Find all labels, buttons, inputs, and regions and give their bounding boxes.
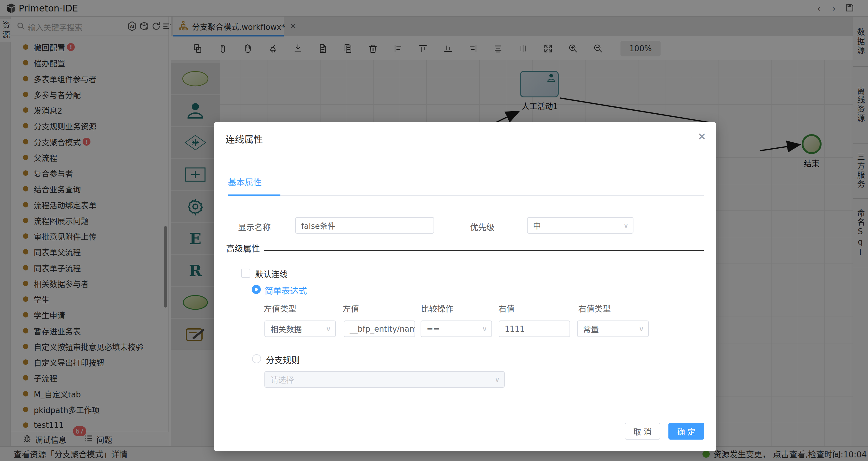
left-type-label: 左值类型 (264, 302, 297, 314)
simple-expression-label: 简单表达式 (265, 284, 307, 296)
right-value-input[interactable]: 1111 (499, 320, 570, 337)
primeton-ide-window: Primeton-IDE ‹ › 资源 输入关键字搜索 AI (0, 0, 868, 461)
tab-basic-properties[interactable]: 基本属性 (228, 176, 262, 188)
operator-label: 比较操作 (421, 302, 454, 314)
advanced-section-divider (264, 250, 704, 251)
dialog-close-icon[interactable]: ✕ (695, 130, 709, 143)
tab-track (280, 195, 704, 196)
chevron-down-icon: ∨ (482, 325, 487, 333)
chevron-down-icon: ∨ (494, 375, 500, 384)
display-name-input[interactable]: false条件 (295, 217, 434, 234)
dialog-title: 连线属性 (225, 132, 263, 145)
display-name-label: 显示名称 (238, 221, 271, 233)
default-line-label: 默认连线 (255, 268, 288, 280)
chevron-down-icon: ∨ (639, 325, 644, 333)
priority-label: 优先级 (470, 221, 494, 233)
tab-active-indicator (228, 194, 280, 196)
branch-rule-label: 分支规则 (266, 354, 300, 366)
cancel-button[interactable]: 取 消 (625, 423, 660, 439)
advanced-section-label: 高级属性 (226, 242, 260, 254)
chevron-down-icon: ∨ (326, 325, 331, 333)
left-value-input[interactable]: __bfp_entity/nam (344, 320, 415, 337)
priority-select[interactable]: 中 ∨ (527, 217, 633, 234)
right-value-label: 右值 (498, 302, 515, 314)
line-properties-dialog: 连线属性 ✕ 基本属性 显示名称 false条件 优先级 中 ∨ 高级属性 默认… (214, 122, 716, 451)
simple-expression-radio[interactable] (252, 285, 261, 294)
left-type-select[interactable]: 相关数据 ∨ (265, 320, 336, 337)
operator-select[interactable]: == ∨ (421, 320, 492, 337)
left-value-label: 左值 (343, 302, 359, 314)
branch-rule-radio[interactable] (252, 354, 261, 363)
default-line-checkbox[interactable] (241, 269, 250, 278)
branch-rule-select[interactable]: 请选择 ∨ (265, 371, 505, 388)
right-type-label: 右值类型 (578, 302, 611, 314)
right-type-select[interactable]: 常量 ∨ (577, 320, 649, 337)
confirm-button[interactable]: 确 定 (669, 423, 704, 439)
chevron-down-icon: ∨ (623, 221, 629, 230)
